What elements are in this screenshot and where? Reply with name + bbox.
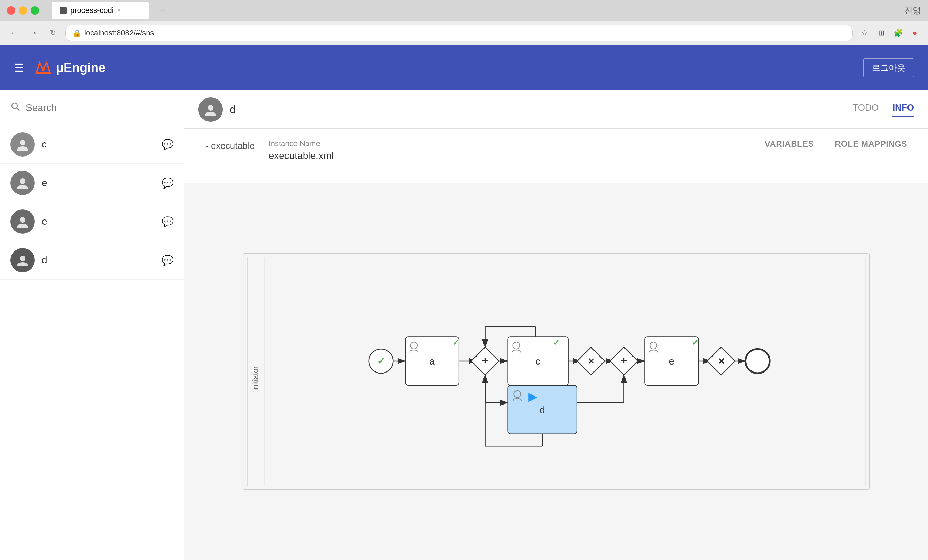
hamburger-button[interactable]: ☰ <box>14 61 24 75</box>
sub-tabs: VARIABLES ROLE MAPPINGS <box>765 139 907 149</box>
toolbar-right: ☆ ⊞ 🧩 ● <box>858 27 921 39</box>
sub-tab-role-mappings[interactable]: ROLE MAPPINGS <box>835 139 907 149</box>
header-right: 로그아웃 <box>863 58 914 77</box>
chat-user-name: d <box>230 103 852 116</box>
browser-dots <box>7 6 39 15</box>
app-header: ☰ μEngine 로그아웃 <box>0 45 928 90</box>
avatar-d1 <box>11 248 35 272</box>
app-logo: μEngine <box>34 59 105 76</box>
app-body: c 💬 e 💬 <box>0 90 928 560</box>
svg-text:c: c <box>535 356 540 367</box>
svg-text:initiator: initiator <box>251 366 259 391</box>
browser-toolbar: ← → ↻ 🔒 localhost:8082/#/sns ☆ ⊞ 🧩 ● <box>0 21 928 45</box>
tab-close-button[interactable]: × <box>117 7 121 14</box>
svg-rect-1 <box>163 8 164 13</box>
svg-point-10 <box>208 105 214 111</box>
contact-name-c1: c <box>42 139 162 150</box>
close-dot[interactable] <box>7 6 15 15</box>
svg-text:d: d <box>540 405 545 415</box>
instance-name-value: executable.xml <box>269 150 334 161</box>
sidebar: c 💬 e 💬 <box>0 90 185 560</box>
svg-point-8 <box>20 217 25 223</box>
contact-item-c1[interactable]: c 💬 <box>0 125 184 164</box>
instance-executable-label: - executable <box>205 139 255 151</box>
svg-line-5 <box>17 108 20 111</box>
refresh-button[interactable]: ↻ <box>46 26 60 40</box>
instance-name-group: Instance Name executable.xml <box>269 139 334 161</box>
chat-icon-e1[interactable]: 💬 <box>162 177 174 189</box>
chat-user-avatar <box>198 97 223 122</box>
browser-titlebar: process-codi × 진영 <box>0 0 928 21</box>
svg-text:✕: ✕ <box>717 356 725 366</box>
tab-title: process-codi <box>70 6 114 15</box>
minimize-dot[interactable] <box>19 6 27 15</box>
svg-marker-2 <box>36 62 50 73</box>
bpmn-diagram: initiator <box>243 254 869 489</box>
url-text: localhost:8082/#/sns <box>84 29 154 38</box>
maximize-dot[interactable] <box>31 6 39 15</box>
grid-icon[interactable]: ⊞ <box>875 27 888 39</box>
tab-favicon <box>60 7 67 14</box>
svg-text:a: a <box>429 356 435 367</box>
chat-icon-d1[interactable]: 💬 <box>162 255 174 266</box>
browser-tab[interactable]: process-codi × <box>52 2 149 19</box>
avatar-e2 <box>11 209 35 234</box>
diagram-container: initiator <box>243 253 870 490</box>
end-event[interactable] <box>745 349 769 373</box>
contact-item-d1[interactable]: d 💬 <box>0 241 184 280</box>
contact-name-e2: e <box>42 216 162 227</box>
contact-list: c 💬 e 💬 <box>0 125 184 560</box>
menu-icon[interactable]: ● <box>908 27 921 39</box>
contact-item-e1[interactable]: e 💬 <box>0 164 184 202</box>
avatar-c1 <box>11 132 35 157</box>
chat-icon-c1[interactable]: 💬 <box>162 139 174 150</box>
lock-icon: 🔒 <box>73 29 81 37</box>
svg-point-3 <box>42 68 44 71</box>
svg-point-4 <box>12 103 17 108</box>
svg-text:+: + <box>621 355 627 366</box>
svg-point-9 <box>20 256 25 261</box>
search-icon <box>11 102 20 114</box>
svg-text:✓: ✓ <box>691 338 699 347</box>
tab-info[interactable]: INFO <box>893 102 914 117</box>
svg-point-7 <box>20 178 25 184</box>
contact-item-e2[interactable]: e 💬 <box>0 202 184 241</box>
main-panel: d TODO INFO - executable Instance Name e… <box>185 90 928 560</box>
svg-text:+: + <box>482 355 488 366</box>
forward-button[interactable]: → <box>26 26 40 40</box>
search-input[interactable] <box>26 102 174 113</box>
instance-row: - executable Instance Name executable.xm… <box>205 139 907 161</box>
svg-text:✕: ✕ <box>587 356 595 366</box>
diagram-area: initiator <box>185 183 928 560</box>
sub-tab-variables[interactable]: VARIABLES <box>765 139 814 149</box>
user-label: 진영 <box>904 5 921 16</box>
chat-icon-e2[interactable]: 💬 <box>162 216 174 227</box>
app-name: μEngine <box>56 61 105 75</box>
extension-icon[interactable]: 🧩 <box>892 27 904 39</box>
contact-name-e1: e <box>42 177 162 189</box>
svg-text:✓: ✓ <box>452 338 459 347</box>
address-bar[interactable]: 🔒 localhost:8082/#/sns <box>66 25 853 41</box>
back-button[interactable]: ← <box>7 26 21 40</box>
tab-group: TODO INFO <box>852 102 914 117</box>
logout-button[interactable]: 로그아웃 <box>863 58 914 77</box>
chat-header: d TODO INFO <box>185 90 928 129</box>
avatar-e1 <box>11 171 35 195</box>
bookmark-icon[interactable]: ☆ <box>858 27 871 39</box>
new-tab-button[interactable] <box>154 2 172 19</box>
browser-chrome: process-codi × 진영 ← → ↻ 🔒 localhost:8082… <box>0 0 928 45</box>
search-bar <box>0 90 184 125</box>
svg-text:✓: ✓ <box>553 338 560 347</box>
svg-point-6 <box>20 140 25 145</box>
contact-name-d1: d <box>42 255 162 266</box>
instance-name-label: Instance Name <box>269 139 334 148</box>
svg-text:✓: ✓ <box>377 356 385 367</box>
svg-text:e: e <box>669 356 674 367</box>
info-panel: - executable Instance Name executable.xm… <box>185 129 928 183</box>
app: ☰ μEngine 로그아웃 <box>0 45 928 560</box>
tab-todo[interactable]: TODO <box>852 102 879 117</box>
